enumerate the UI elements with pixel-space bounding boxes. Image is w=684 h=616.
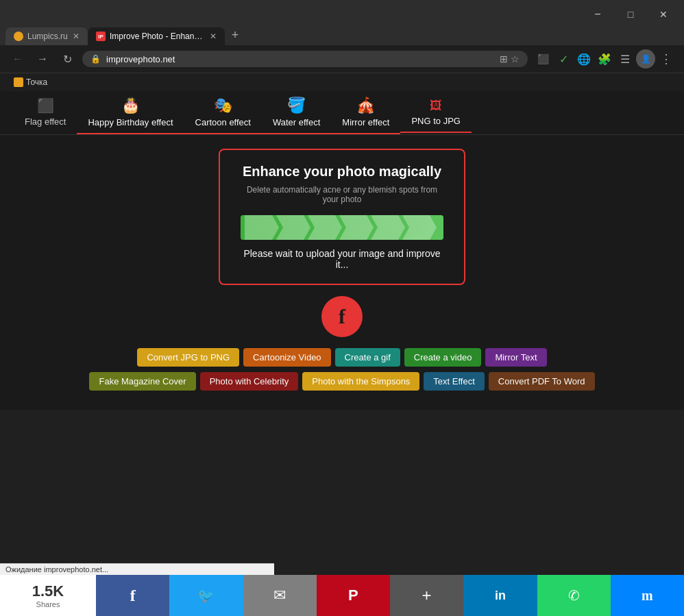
mirror-text-button[interactable]: Mirror Text (485, 348, 546, 367)
nav-mirror-label: Mirror effect (342, 117, 389, 127)
png2jpg-icon: 🖼 (430, 99, 442, 113)
share-email-button[interactable]: ✉ (243, 575, 317, 616)
convert-pdf-word-button[interactable]: Convert PDF To Word (489, 372, 595, 391)
arrow-4 (339, 215, 374, 240)
window-controls: − □ ✕ (583, 4, 679, 25)
new-tab-button[interactable]: + (225, 25, 245, 45)
cartoonize-video-button[interactable]: Cartoonize Video (243, 348, 331, 367)
share-pinterest-button[interactable]: P (317, 575, 390, 616)
progress-wait-text: Please wait to upload your image and imp… (241, 248, 443, 270)
url-text: improvephoto.net (106, 54, 494, 64)
nav-birthday[interactable]: 🎂 Happy Birthday effect (77, 91, 184, 134)
nav-water[interactable]: 🪣 Water effect (262, 91, 331, 134)
tab-bar: Lumpics.ru ✕ IP Improve Photo - Enhance … (0, 25, 684, 45)
url-icons: ⊞ ☆ (500, 53, 520, 64)
share-bar: 1.5K Shares f 🐦 ✉ P + in ✆ m (0, 575, 684, 616)
mirror-icon: 🎪 (356, 97, 375, 114)
bookmark-bar: Точка (0, 73, 684, 91)
more-menu[interactable]: ⋮ (657, 49, 676, 69)
back-button[interactable]: ← (8, 49, 27, 69)
tab-close-lumpics[interactable]: ✕ (73, 32, 80, 41)
water-icon: 🪣 (287, 97, 306, 114)
user-avatar[interactable]: 👤 (636, 49, 655, 69)
extensions-check-icon[interactable]: ✓ (554, 49, 573, 69)
cartoon-icon: 🎭 (214, 97, 232, 114)
minimize-button[interactable]: − (583, 4, 613, 25)
share-count-number: 1.5K (32, 582, 64, 600)
share-twitter-button[interactable]: 🐦 (169, 575, 243, 616)
nav-cartoon[interactable]: 🎭 Cartoon effect (184, 91, 262, 134)
address-bar: ← → ↻ 🔒 improvephoto.net ⊞ ☆ ⬛ ✓ 🌐 🧩 ☰ 👤… (0, 45, 684, 73)
facebook-icon: f (339, 305, 345, 328)
tab-title-lumpics: Lumpics.ru (27, 32, 69, 41)
star-icon[interactable]: ☆ (511, 53, 520, 64)
status-bar: Ожидание improvephoto.net... (0, 563, 274, 575)
nav-png2jpg-label: PNG to JPG (411, 116, 461, 126)
nav-flag-label: Flag effect (25, 116, 66, 127)
arrow-5 (371, 215, 405, 240)
extensions-globe-icon[interactable]: 🌐 (574, 49, 594, 69)
tab-favicon-lumpics (14, 32, 23, 41)
share-facebook-button[interactable]: f (96, 575, 169, 616)
browser-actions: ⬛ ✓ 🌐 🧩 ☰ 👤 ⋮ (533, 49, 676, 69)
photo-simpsons-button[interactable]: Photo with the Simpsons (302, 372, 419, 391)
arrow-3 (308, 215, 342, 240)
extensions-menu-icon[interactable]: ☰ (615, 49, 635, 69)
nav-flag[interactable]: ⬛ Flag effect (14, 92, 77, 134)
birthday-icon: 🎂 (121, 97, 140, 114)
arrow-1 (245, 215, 279, 240)
tab-improvephoto[interactable]: IP Improve Photo - Enhance Picture... ✕ (88, 27, 225, 45)
arrow-6 (402, 215, 437, 240)
nav-water-label: Water effect (273, 117, 320, 127)
close-button[interactable]: ✕ (648, 4, 679, 25)
nav-birthday-label: Happy Birthday effect (88, 117, 173, 127)
share-whatsapp-button[interactable]: ✆ (537, 575, 611, 616)
progress-bar (241, 215, 443, 240)
status-text: Ожидание improvephoto.net... (5, 565, 108, 574)
create-video-button[interactable]: Create a video (404, 348, 482, 367)
enhance-subtitle: Delete automatically acne or any blemish… (241, 185, 443, 204)
action-buttons-row1: Convert JPG to PNG Cartoonize Video Crea… (137, 348, 546, 367)
text-effect-button[interactable]: Text Effect (424, 372, 484, 391)
fake-magazine-button[interactable]: Fake Magazine Cover (89, 372, 195, 391)
nav-cartoon-label: Cartoon effect (195, 117, 251, 127)
translate-icon[interactable]: ⊞ (500, 53, 508, 64)
bookmark-label: Точка (26, 77, 47, 87)
lock-icon: 🔒 (90, 54, 101, 64)
enhance-box: Enhance your photo magically Delete auto… (219, 149, 465, 285)
main-content: Enhance your photo magically Delete auto… (0, 135, 684, 410)
create-gif-button[interactable]: Create a gif (335, 348, 400, 367)
share-messenger-button[interactable]: m (611, 575, 684, 616)
bookmark-favicon (14, 77, 23, 87)
site-content: ⬛ Flag effect 🎂 Happy Birthday effect 🎭 … (0, 91, 684, 410)
extensions-red-icon[interactable]: ⬛ (533, 49, 552, 69)
progress-bar-inner (241, 215, 443, 240)
url-box[interactable]: 🔒 improvephoto.net ⊞ ☆ (82, 51, 528, 67)
extensions-puzzle-icon[interactable]: 🧩 (595, 49, 614, 69)
browser-chrome: − □ ✕ Lumpics.ru ✕ IP Improve Photo - En… (0, 0, 684, 91)
progress-arrows (241, 215, 443, 240)
arrow-2 (276, 215, 310, 240)
convert-jpg-png-button[interactable]: Convert JPG to PNG (137, 348, 239, 367)
nav-mirror[interactable]: 🎪 Mirror effect (331, 91, 400, 134)
photo-celebrity-button[interactable]: Photo with Celebrity (200, 372, 299, 391)
tab-title-improve: Improve Photo - Enhance Picture... (110, 32, 206, 41)
flag-icon: ⬛ (37, 97, 54, 114)
site-nav: ⬛ Flag effect 🎂 Happy Birthday effect 🎭 … (0, 91, 684, 135)
enhance-title: Enhance your photo magically (241, 164, 443, 180)
nav-png2jpg[interactable]: 🖼 PNG to JPG (400, 93, 472, 133)
refresh-button[interactable]: ↻ (58, 49, 77, 69)
bookmark-tochka[interactable]: Точка (8, 76, 53, 88)
share-linkedin-button[interactable]: in (463, 575, 537, 616)
share-plus-button[interactable]: + (390, 575, 463, 616)
tab-lumpics[interactable]: Lumpics.ru ✕ (5, 27, 88, 45)
share-count-label: Shares (36, 600, 60, 608)
tab-close-improve[interactable]: ✕ (210, 32, 217, 41)
facebook-circle-button[interactable]: f (321, 296, 363, 337)
tab-favicon-improve: IP (96, 32, 106, 41)
forward-button[interactable]: → (33, 49, 52, 69)
action-buttons-row2: Fake Magazine Cover Photo with Celebrity… (89, 372, 594, 391)
maximize-button[interactable]: □ (615, 4, 646, 25)
share-count: 1.5K Shares (0, 575, 96, 616)
